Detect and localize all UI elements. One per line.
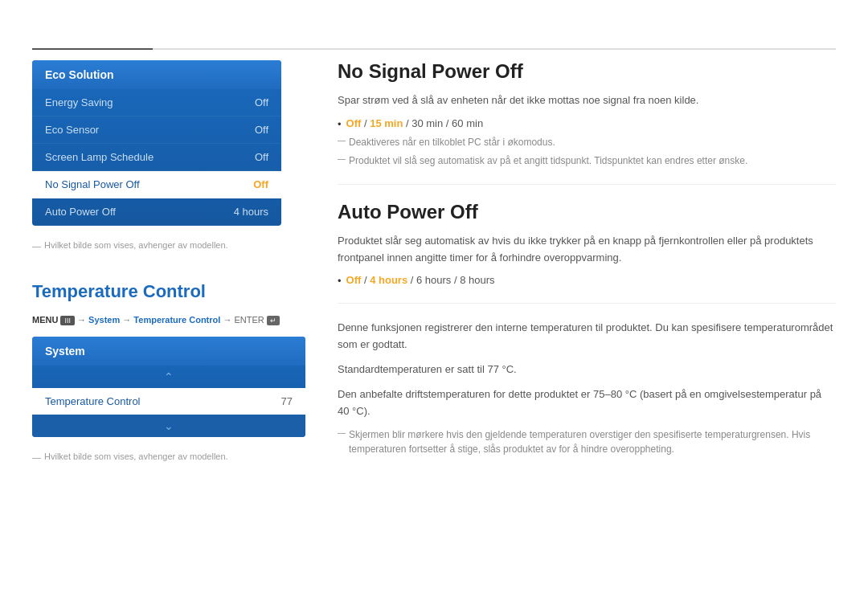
enter-icon: ↵ <box>267 316 280 325</box>
eco-solution-menu: Eco Solution Energy Saving Off Eco Senso… <box>32 60 281 226</box>
eco-footnote: — Hvilket bilde som vises, avhenger av m… <box>32 240 281 251</box>
temp-desc-3: Den anbefalte driftstemperaturen for det… <box>338 386 836 420</box>
temperature-control-title: Temperature Control <box>32 281 305 302</box>
temp-control-desc-section: Denne funksjonen registrerer den interne… <box>338 320 836 456</box>
chevron-down-icon: ⌄ <box>164 419 174 432</box>
system-menu: System ⌃ Temperature Control 77 ⌄ <box>32 337 305 437</box>
chevron-up-row: ⌃ <box>32 366 305 388</box>
menu-item-energy-saving[interactable]: Energy Saving Off <box>32 89 281 116</box>
no-signal-note-2: Produktet vil slå seg automatisk av på e… <box>338 153 836 168</box>
no-signal-section: No Signal Power Off Spar strøm ved å slå… <box>338 60 836 168</box>
chevron-down-row: ⌄ <box>32 415 305 437</box>
no-signal-note-1: Deaktiveres når en tilkoblet PC står i ø… <box>338 135 836 149</box>
section-divider-1 <box>338 184 836 185</box>
bullet-dot: • <box>338 118 342 130</box>
top-divider <box>32 48 836 50</box>
menu-item-eco-sensor[interactable]: Eco Sensor Off <box>32 116 281 144</box>
temp-control-note: Skjermen blir mørkere hvis den gjeldende… <box>338 427 836 456</box>
no-signal-title: No Signal Power Off <box>338 60 836 83</box>
eco-solution-header: Eco Solution <box>32 60 281 89</box>
section-divider-2 <box>338 303 836 304</box>
temp-footnote: — Hvilket bilde som vises, avhenger av m… <box>32 452 305 462</box>
system-header: System <box>32 337 305 366</box>
no-signal-desc: Spar strøm ved å slå av enheten når det … <box>338 92 836 109</box>
menu-item-auto-power[interactable]: Auto Power Off 4 hours <box>32 198 281 226</box>
system-item-temp-control[interactable]: Temperature Control 77 <box>32 388 305 415</box>
chevron-up-icon: ⌃ <box>164 370 174 383</box>
eco-solution-section: Eco Solution Energy Saving Off Eco Senso… <box>32 60 281 251</box>
auto-power-section: Auto Power Off Produktet slår seg automa… <box>338 201 836 288</box>
auto-power-options: • Off / 4 hours / 6 hours / 8 hours <box>338 274 836 287</box>
no-signal-options: • Off / 15 min / 30 min / 60 min <box>338 117 836 130</box>
temperature-control-section: Temperature Control MENU III → System → … <box>32 281 305 462</box>
temp-desc-2: Standardtemperaturen er satt til 77 °C. <box>338 362 836 378</box>
auto-power-desc: Produktet slår seg automatisk av hvis du… <box>338 233 836 267</box>
menu-path: MENU III → System → Temperature Control … <box>32 315 305 325</box>
bullet-dot-2: • <box>338 275 342 287</box>
right-content: No Signal Power Off Spar strøm ved å slå… <box>338 60 836 460</box>
menu-item-screen-lamp[interactable]: Screen Lamp Schedule Off <box>32 144 281 171</box>
menu-item-no-signal[interactable]: No Signal Power Off Off <box>32 171 281 198</box>
menu-icon: III <box>60 316 75 325</box>
auto-power-title: Auto Power Off <box>338 201 836 223</box>
temp-desc-1: Denne funksjonen registrerer den interne… <box>338 320 836 353</box>
